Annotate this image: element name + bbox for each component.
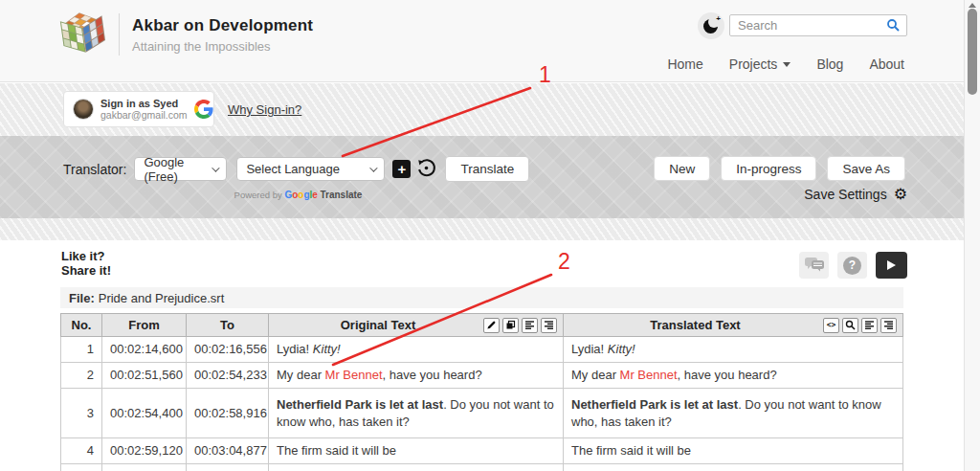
align-left-icon[interactable]	[522, 318, 538, 333]
scrollbar-thumb[interactable]	[968, 9, 977, 95]
moon-icon	[703, 19, 718, 34]
subtitle-table-body: 100:02:14,60000:02:16,556Lydia! Kitty!Ly…	[61, 337, 903, 471]
row-to-time: 00:02:16,556	[187, 337, 269, 363]
main-nav: Home Projects Blog About	[0, 56, 904, 72]
file-label: File:	[69, 291, 95, 305]
nav-blog[interactable]: Blog	[816, 56, 843, 72]
vertical-scrollbar[interactable]	[964, 0, 980, 471]
help-button[interactable]: ?	[837, 252, 867, 279]
row-from-time: 00:02:54,400	[102, 389, 187, 438]
share-comments-button[interactable]	[799, 252, 829, 279]
row-translated-text[interactable]: conducting an internal investigation	[564, 464, 903, 471]
table-header-row: No. From To Original Text	[61, 314, 903, 337]
table-row: 400:02:59,12000:03:04,877The firm said i…	[61, 438, 903, 464]
row-original-text[interactable]: The firm said it will be	[269, 438, 564, 464]
user-avatar	[73, 99, 94, 120]
header-original: Original Text	[269, 314, 564, 337]
row-from-time: 00:03:10,360	[102, 464, 187, 471]
reset-history-button[interactable]	[416, 158, 436, 181]
header-translated: Translated Text <>	[564, 314, 903, 337]
row-translated-text[interactable]: The firm said it will be	[564, 438, 903, 464]
search-icon[interactable]	[842, 318, 858, 333]
powered-by-google-translate: Powered by Google Translate	[220, 190, 376, 200]
copy-icon[interactable]	[502, 318, 519, 333]
header-no: No.	[61, 314, 102, 337]
signin-band: Sign in as Syed gakbar@gmail.com Why Sig…	[0, 83, 964, 136]
row-original-text[interactable]: Lydia! Kitty!	[269, 337, 564, 363]
plus-icon: +	[398, 161, 407, 177]
row-to-time: 00:03:04,877	[187, 438, 269, 464]
search-input[interactable]	[730, 18, 886, 33]
row-number: 4	[61, 438, 102, 464]
dark-mode-toggle[interactable]	[698, 12, 724, 39]
new-button[interactable]: New	[654, 156, 710, 181]
file-bar: File: Pride and Prejudice.srt	[60, 287, 903, 308]
row-original-text[interactable]: Netherfield Park is let at last. Do you …	[269, 389, 564, 438]
header-to: To	[187, 314, 269, 337]
chevron-down-icon	[783, 62, 791, 67]
table-row: 500:03:10,36000:03:13,397conducting an i…	[61, 464, 903, 471]
row-to-time: 00:02:58,916	[187, 389, 269, 438]
scroll-up-arrow-icon[interactable]	[969, 3, 976, 8]
align-right-icon[interactable]	[541, 318, 557, 333]
google-g-icon	[194, 100, 213, 119]
header-from: From	[102, 314, 187, 337]
row-original-text[interactable]: My dear Mr Bennet, have you heard?	[269, 363, 564, 389]
why-signin-link[interactable]: Why Sign-in?	[228, 102, 301, 117]
file-action-buttons: New In-progress Save As	[654, 156, 905, 181]
row-original-text[interactable]: conducting an internal investigation	[269, 464, 564, 471]
align-right-icon[interactable]	[880, 318, 897, 333]
like-share-label: Like it? Share it!	[61, 249, 111, 278]
search-box	[729, 14, 907, 36]
save-settings-button[interactable]: Save Settings ⚙	[804, 187, 907, 202]
google-wordmark: Google	[284, 190, 317, 200]
align-left-icon[interactable]	[861, 318, 878, 333]
page: Akbar on Development Attaining the Impos…	[0, 0, 980, 471]
nav-home[interactable]: Home	[667, 56, 702, 72]
add-language-button[interactable]: +	[392, 160, 411, 178]
in-progress-button[interactable]: In-progress	[721, 156, 816, 181]
signin-email: gakbar@gmail.com	[100, 109, 188, 121]
logo-divider	[119, 13, 120, 56]
translate-button[interactable]: Translate	[445, 156, 529, 182]
row-to-time: 00:03:13,397	[187, 464, 269, 471]
nav-about[interactable]: About	[869, 56, 904, 72]
table-row: 200:02:51,56000:02:54,233My dear Mr Benn…	[61, 363, 903, 389]
nav-projects[interactable]: Projects	[729, 56, 791, 72]
edit-pencil-icon[interactable]	[483, 318, 500, 333]
chevron-down-icon	[370, 164, 378, 171]
comments-icon	[804, 257, 825, 275]
row-from-time: 00:02:51,560	[102, 363, 187, 389]
gear-icon: ⚙	[894, 187, 907, 202]
subtitle-table: No. From To Original Text	[60, 313, 903, 471]
row-from-time: 00:02:14,600	[102, 337, 187, 363]
code-tags-icon[interactable]: <>	[823, 318, 839, 333]
file-name: Pride and Prejudice.srt	[99, 291, 225, 305]
divider-band	[0, 218, 964, 240]
site-header: Akbar on Development Attaining the Impos…	[0, 0, 964, 82]
site-logo[interactable]: Akbar on Development Attaining the Impos…	[59, 10, 313, 59]
row-translated-text[interactable]: Lydia! Kitty!	[564, 337, 903, 363]
site-tagline: Attaining the Impossibles	[132, 39, 313, 54]
rubiks-cube-logo-icon	[56, 7, 111, 62]
history-icon	[416, 158, 436, 181]
chevron-down-icon	[212, 164, 220, 171]
translator-label: Translator:	[63, 162, 126, 177]
row-number: 1	[61, 337, 102, 363]
google-signin-button[interactable]: Sign in as Syed gakbar@gmail.com	[63, 91, 214, 127]
signin-title: Sign in as Syed	[100, 98, 188, 110]
search-icon[interactable]	[886, 18, 901, 33]
translator-toolbar: Translator: Google (Free) Select Languag…	[0, 136, 964, 218]
save-as-button[interactable]: Save As	[827, 156, 905, 181]
table-row: 300:02:54,40000:02:58,916Netherfield Par…	[61, 389, 903, 438]
main-area: Akbar on Development Attaining the Impos…	[0, 0, 964, 471]
media-buttons: ?	[799, 252, 907, 279]
content-area: Like it? Share it!	[0, 240, 964, 471]
row-translated-text[interactable]: My dear Mr Bennet, have you heard?	[564, 363, 903, 389]
engine-select[interactable]: Google (Free)	[134, 157, 227, 181]
row-translated-text[interactable]: Netherfield Park is let at last. Do you …	[564, 389, 903, 438]
youtube-button[interactable]	[876, 252, 907, 279]
language-select[interactable]: Select Language	[236, 157, 385, 181]
site-title: Akbar on Development	[132, 16, 313, 35]
row-to-time: 00:02:54,233	[187, 363, 269, 389]
